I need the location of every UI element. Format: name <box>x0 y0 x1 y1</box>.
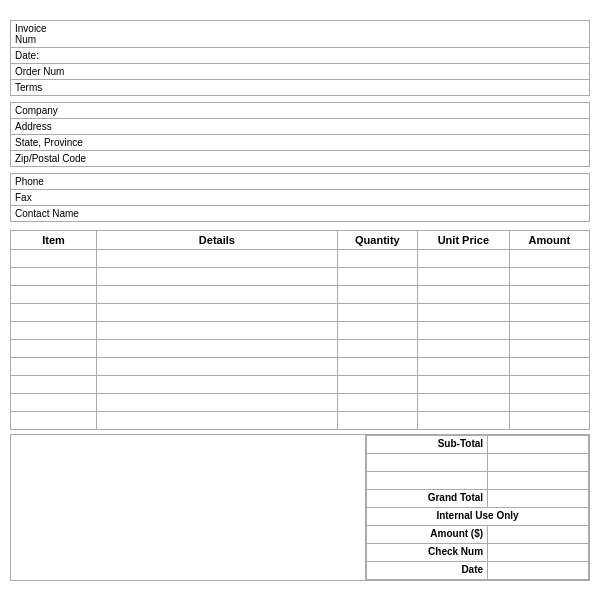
address-value-2[interactable] <box>204 135 590 151</box>
items-header-details: Details <box>96 231 337 250</box>
item-cell-8-0[interactable] <box>11 394 97 412</box>
item-cell-8-2[interactable] <box>337 394 417 412</box>
item-cell-4-4[interactable] <box>509 322 589 340</box>
item-cell-8-4[interactable] <box>509 394 589 412</box>
address-label-2: State, Province <box>11 135 204 151</box>
top-field-row-3: Terms <box>11 80 590 96</box>
item-row-7 <box>11 376 590 394</box>
subtotal-row: Sub-Total <box>367 436 589 454</box>
internal-value-1[interactable] <box>488 544 589 562</box>
item-cell-9-1[interactable] <box>96 412 337 430</box>
top-value-2[interactable] <box>165 64 590 80</box>
item-cell-9-0[interactable] <box>11 412 97 430</box>
item-cell-0-0[interactable] <box>11 250 97 268</box>
item-row-5 <box>11 340 590 358</box>
items-header-item: Item <box>11 231 97 250</box>
item-cell-6-0[interactable] <box>11 358 97 376</box>
item-cell-1-2[interactable] <box>337 268 417 286</box>
item-cell-1-1[interactable] <box>96 268 337 286</box>
comments-cell[interactable] <box>11 435 366 581</box>
address-value-1[interactable] <box>204 119 590 135</box>
item-cell-7-2[interactable] <box>337 376 417 394</box>
item-cell-1-0[interactable] <box>11 268 97 286</box>
item-cell-4-3[interactable] <box>418 322 510 340</box>
item-cell-0-4[interactable] <box>509 250 589 268</box>
item-cell-1-4[interactable] <box>509 268 589 286</box>
item-row-0 <box>11 250 590 268</box>
internal-label-2: Date <box>367 562 488 580</box>
item-cell-8-3[interactable] <box>418 394 510 412</box>
item-cell-3-3[interactable] <box>418 304 510 322</box>
item-cell-9-2[interactable] <box>337 412 417 430</box>
item-cell-2-4[interactable] <box>509 286 589 304</box>
item-cell-3-2[interactable] <box>337 304 417 322</box>
items-header-unit-price: Unit Price <box>418 231 510 250</box>
item-cell-3-0[interactable] <box>11 304 97 322</box>
item-cell-2-0[interactable] <box>11 286 97 304</box>
item-cell-8-1[interactable] <box>96 394 337 412</box>
item-cell-3-1[interactable] <box>96 304 337 322</box>
contact-value-1[interactable] <box>231 190 589 206</box>
items-header-amount: Amount <box>509 231 589 250</box>
top-label-3: Terms <box>11 80 165 96</box>
internal-value-2[interactable] <box>488 562 589 580</box>
internal-field-row-2: Date <box>367 562 589 580</box>
item-row-2 <box>11 286 590 304</box>
item-cell-7-1[interactable] <box>96 376 337 394</box>
item-cell-7-0[interactable] <box>11 376 97 394</box>
top-value-1[interactable] <box>165 48 590 64</box>
bottom-section: Sub-Total Grand Total Internal Use Only … <box>10 434 590 581</box>
item-cell-3-4[interactable] <box>509 304 589 322</box>
internal-field-row-1: Check Num <box>367 544 589 562</box>
internal-value-0[interactable] <box>488 526 589 544</box>
top-label-2: Order Num <box>11 64 165 80</box>
internal-use-row: Internal Use Only <box>367 508 589 526</box>
item-cell-6-1[interactable] <box>96 358 337 376</box>
item-cell-5-0[interactable] <box>11 340 97 358</box>
item-cell-5-1[interactable] <box>96 340 337 358</box>
contact-label-2: Contact Name <box>11 206 232 222</box>
item-cell-6-2[interactable] <box>337 358 417 376</box>
item-cell-9-4[interactable] <box>509 412 589 430</box>
address-value-0[interactable] <box>204 103 590 119</box>
address-row-3: Zip/Postal Code <box>11 151 590 167</box>
contact-label-1: Fax <box>11 190 232 206</box>
contact-row-2: Contact Name <box>11 206 590 222</box>
top-value-0[interactable] <box>165 21 590 48</box>
item-cell-6-3[interactable] <box>418 358 510 376</box>
item-row-1 <box>11 268 590 286</box>
contact-value-0[interactable] <box>231 174 589 190</box>
address-row-2: State, Province <box>11 135 590 151</box>
item-cell-5-2[interactable] <box>337 340 417 358</box>
item-cell-0-3[interactable] <box>418 250 510 268</box>
contact-table: Phone Fax Contact Name <box>10 173 590 222</box>
subtotal-label: Sub-Total <box>367 436 488 454</box>
grand-total-value[interactable] <box>488 490 589 508</box>
item-cell-4-0[interactable] <box>11 322 97 340</box>
contact-value-2[interactable] <box>231 206 589 222</box>
subtotal-value[interactable] <box>488 436 589 454</box>
items-header-quantity: Quantity <box>337 231 417 250</box>
item-cell-2-3[interactable] <box>418 286 510 304</box>
item-cell-5-3[interactable] <box>418 340 510 358</box>
item-cell-2-2[interactable] <box>337 286 417 304</box>
item-cell-4-2[interactable] <box>337 322 417 340</box>
item-cell-7-4[interactable] <box>509 376 589 394</box>
item-cell-4-1[interactable] <box>96 322 337 340</box>
subtotal-extra-0 <box>367 454 589 472</box>
item-cell-0-1[interactable] <box>96 250 337 268</box>
top-value-3[interactable] <box>165 80 590 96</box>
item-cell-0-2[interactable] <box>337 250 417 268</box>
item-row-8 <box>11 394 590 412</box>
item-cell-6-4[interactable] <box>509 358 589 376</box>
internal-field-row-0: Amount ($) <box>367 526 589 544</box>
address-row-1: Address <box>11 119 590 135</box>
item-cell-1-3[interactable] <box>418 268 510 286</box>
address-value-3[interactable] <box>204 151 590 167</box>
contact-row-1: Fax <box>11 190 590 206</box>
item-cell-2-1[interactable] <box>96 286 337 304</box>
item-cell-7-3[interactable] <box>418 376 510 394</box>
item-cell-5-4[interactable] <box>509 340 589 358</box>
top-field-row-2: Order Num <box>11 64 590 80</box>
item-cell-9-3[interactable] <box>418 412 510 430</box>
